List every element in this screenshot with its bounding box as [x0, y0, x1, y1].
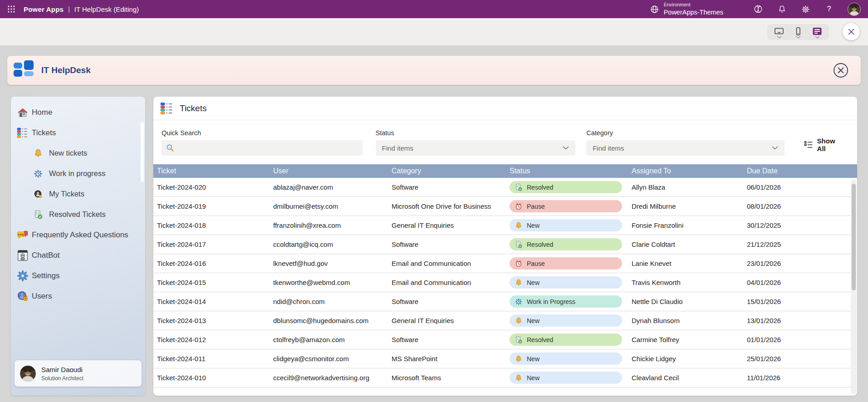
col-header-assigned-to[interactable]: Assigned To [628, 167, 743, 175]
cell-user: dmilburnei@etsy.com [270, 202, 388, 210]
cell-due-date: 21/12/2025 [743, 240, 857, 248]
sidebar-item-chatbot[interactable]: ChatBot [11, 245, 145, 265]
tickets-table-body: Ticket-2024-020ablazaj@naver.comSoftware… [153, 178, 857, 387]
status-label: Resolved [527, 241, 553, 248]
help-icon[interactable]: ? [824, 4, 834, 14]
sidebar-item-users[interactable]: Users [11, 286, 145, 306]
show-all-button[interactable]: Show All [804, 137, 845, 152]
app-title: IT HelpDesk [41, 65, 91, 75]
sidebar-item-work-in-progress[interactable]: Work in progress [11, 163, 145, 184]
sidebar-item-new-tickets[interactable]: New tickets [11, 143, 145, 163]
tablet-preview-button-selected[interactable] [812, 27, 823, 39]
status-filter-placeholder: Find items [382, 144, 413, 152]
table-row[interactable]: Ticket-2024-020ablazaj@naver.comSoftware… [153, 178, 857, 197]
account-avatar[interactable] [848, 3, 861, 16]
status-badge: Resolved [510, 181, 622, 193]
sidebar-item-my-tickets[interactable]: My Tickets [11, 184, 145, 204]
status-badge: Resolved [510, 238, 622, 250]
cell-assigned-to: Carmine Tolfrey [628, 336, 743, 343]
cell-assigned-to: Chickie Lidgey [628, 355, 743, 363]
table-row[interactable]: Ticket-2024-011clidgeya@csmonitor.comMS … [153, 349, 857, 368]
sidebar-item-home[interactable]: Home [11, 102, 145, 123]
table-row[interactable]: Ticket-2024-010ccecil9@networkadvertisin… [153, 368, 857, 387]
table-row[interactable]: Ticket-2024-018ffranzolinih@xrea.comGene… [153, 216, 857, 235]
waffle-icon[interactable] [7, 5, 15, 13]
status-label: New [527, 374, 539, 382]
table-header: Ticket User Category Status Assigned To … [153, 164, 857, 178]
quick-search-label: Quick Search [162, 129, 376, 137]
status-label: Resolved [527, 336, 553, 343]
cell-ticket: Ticket-2024-011 [153, 355, 270, 363]
environment-picker[interactable]: Environment PowerApps-Themes [650, 2, 723, 16]
bell-icon [33, 148, 43, 158]
desktop-preview-button[interactable] [774, 27, 785, 39]
sidebar-scrollbar[interactable] [141, 122, 144, 182]
table-row[interactable]: Ticket-2024-019dmilburnei@etsy.comMicros… [153, 197, 857, 216]
app-header-banner: IT HelpDesk [7, 56, 861, 85]
quick-search-input[interactable] [162, 140, 363, 156]
current-user-card[interactable]: Samir Daoudi Solution Architect [15, 360, 142, 387]
cell-ticket: Ticket-2024-014 [153, 298, 270, 305]
status-label: New [527, 222, 539, 229]
col-header-user[interactable]: User [270, 167, 388, 175]
table-row[interactable]: Ticket-2024-013dblunsomc@hugedomains.com… [153, 311, 857, 330]
cell-ticket: Ticket-2024-013 [153, 317, 270, 324]
notifications-bell-icon[interactable] [777, 4, 787, 14]
col-header-ticket[interactable]: Ticket [153, 167, 270, 175]
app-exit-button[interactable] [833, 62, 849, 78]
table-row[interactable]: Ticket-2024-012ctolfreyb@amazon.comSoftw… [153, 330, 857, 349]
sidebar-item-tickets[interactable]: Tickets [11, 123, 145, 143]
table-row[interactable]: Ticket-2024-015tkenworthe@webmd.comEmail… [153, 273, 857, 292]
cell-ticket: Ticket-2024-020 [153, 183, 270, 191]
new-status-icon [515, 279, 523, 287]
power-apps-brand[interactable]: Power Apps [24, 5, 64, 13]
cell-ticket: Ticket-2024-017 [153, 240, 270, 248]
col-header-status[interactable]: Status [506, 167, 628, 175]
table-scrollbar-track[interactable] [851, 179, 857, 394]
status-badge: New [510, 276, 622, 289]
tickets-list-icon [17, 127, 29, 139]
table-row[interactable]: Ticket-2024-014ndid@chron.comSoftwareWor… [153, 292, 857, 311]
copilot-icon[interactable] [753, 4, 763, 14]
table-scrollbar-thumb[interactable] [852, 184, 856, 290]
cell-due-date: 30/12/2025 [743, 221, 857, 229]
status-label: New [527, 317, 539, 324]
sidebar-item-faq[interactable]: FAQ Frequently Asked Questions [11, 225, 145, 245]
col-header-due-date[interactable]: Due Date [743, 167, 857, 175]
cell-ticket: Ticket-2024-015 [153, 279, 270, 286]
settings-gear-topbar-icon[interactable] [800, 4, 810, 14]
sidebar-item-label: Frequently Asked Questions [32, 230, 128, 240]
cell-due-date: 15/01/2026 [743, 298, 857, 305]
table-row[interactable]: Ticket-2024-016lknevetf@hud.govEmail and… [153, 254, 857, 273]
cell-user: ffranzolinih@xrea.com [270, 221, 388, 229]
cell-ticket: Ticket-2024-012 [153, 336, 270, 343]
status-filter-dropdown[interactable]: Find items [376, 140, 575, 156]
col-header-category[interactable]: Category [388, 167, 506, 175]
sidebar-item-label: Home [32, 108, 52, 117]
cell-ticket: Ticket-2024-019 [153, 202, 270, 210]
new-status-icon [515, 317, 523, 325]
status-label: Pause [527, 260, 545, 267]
category-filter-dropdown[interactable]: Find items [586, 140, 785, 156]
sidebar-item-label: ChatBot [32, 251, 59, 260]
cell-assigned-to: Dredi Milburne [628, 202, 743, 210]
cell-assigned-to: Fonsie Franzolini [628, 221, 743, 229]
cell-ticket: Ticket-2024-010 [153, 374, 270, 382]
cell-assigned-to: Allyn Blaza [628, 183, 743, 191]
cell-user: ccoldtartg@icq.com [270, 240, 388, 248]
close-preview-button[interactable] [843, 23, 860, 40]
status-badge: New [510, 314, 622, 327]
cell-status: New [506, 219, 628, 231]
cell-due-date: 08/01/2026 [743, 202, 857, 210]
table-row[interactable]: Ticket-2024-017ccoldtartg@icq.comSoftwar… [153, 235, 857, 254]
sidebar-item-resolved-tickets[interactable]: Resolved Tickets [11, 204, 145, 225]
topbar-app-title: IT HelpDesk (Editing) [74, 5, 139, 13]
status-badge: Work in Progress [510, 295, 622, 308]
cell-status: Pause [506, 200, 628, 212]
pause-status-icon [515, 260, 523, 268]
phone-preview-button[interactable] [793, 27, 804, 39]
user-avatar [20, 366, 36, 382]
sidebar-item-settings[interactable]: Settings [11, 265, 145, 286]
chevron-down-icon [772, 146, 778, 150]
cell-ticket: Ticket-2024-018 [153, 221, 270, 229]
